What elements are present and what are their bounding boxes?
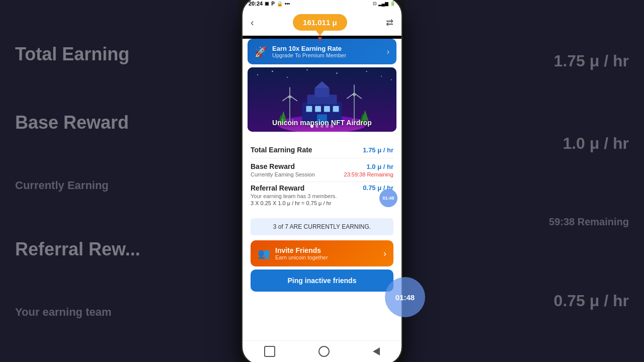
invite-icon: 👥 [258, 247, 270, 259]
referral-label: Referral Reward [251, 184, 337, 192]
svg-rect-16 [324, 106, 330, 112]
bg-total-earning: Total Earning [15, 42, 224, 67]
invite-line2: Earn unicoin together [275, 254, 328, 260]
dot-3 [320, 125, 324, 128]
dot-1 [310, 125, 313, 128]
ping-label: Ping inactive friends [288, 277, 357, 285]
nft-card[interactable]: Unicoin mansion NFT Airdrop [248, 67, 396, 132]
bg-currently-earning: Currently Earning [15, 178, 224, 194]
bg-base-rate: 1.0 μ / hr [420, 134, 629, 153]
bg-remaining: 59:38 Remaining [420, 216, 629, 228]
svg-rect-15 [315, 106, 321, 112]
timer-badge-right: 01:48 [385, 277, 425, 317]
svg-point-1 [257, 74, 258, 75]
svg-point-2 [272, 70, 273, 72]
svg-point-8 [391, 79, 392, 80]
premium-line1: Earn 10x Earning Rate [272, 45, 346, 52]
bg-total-rate: 1.75 μ / hr [420, 52, 629, 70]
base-reward-sublabel: Currently Earning Session [251, 171, 315, 177]
nav-bar [243, 340, 401, 362]
base-reward-row: Base Reward Currently Earning Session 1.… [251, 158, 393, 182]
nft-dots [310, 125, 334, 128]
earning-info-text: 3 of 7 ARE CURRENTLY EARNING. [273, 223, 371, 230]
premium-line2: Upgrade To Premium Member [272, 52, 346, 58]
timer-badge: 01:48 [379, 189, 397, 207]
total-earning-value: 1.75 μ / hr [363, 146, 393, 154]
app-content: 🚀 Earn 10x Earning Rate Upgrade To Premi… [243, 39, 401, 340]
svg-point-5 [336, 72, 338, 74]
bg-referral-rate: 0.75 μ / hr [420, 292, 629, 310]
premium-text-block: Earn 10x Earning Rate Upgrade To Premium… [272, 45, 346, 58]
base-reward-label: Base Reward [251, 162, 315, 170]
charging-icon: ⊡ [373, 1, 377, 6]
bg-referral-reward: Referral Rew... [15, 237, 224, 262]
stats-section: Total Earning Rate 1.75 μ / hr Base Rewa… [243, 135, 401, 213]
referral-right: 0.75 μ / hr 01:48 [363, 184, 393, 192]
dots-icon: ••• [285, 1, 290, 7]
status-bar: 20:24 ▣ P 🔒 ••• ⊡ ▂▄▆ 🔋 [243, 0, 401, 9]
status-left: 20:24 ▣ P 🔒 ••• [249, 1, 290, 7]
svg-point-6 [366, 71, 367, 72]
signal-icon: ▂▄▆ [378, 1, 388, 6]
base-reward-right: 1.0 μ / hr 23:59:38 Remaining [344, 163, 393, 177]
bg-base-reward: Base Reward [15, 110, 224, 135]
ping-inactive-friends-button[interactable]: Ping inactive friends [251, 269, 393, 292]
dot-2 [315, 125, 318, 128]
phone-container: 20:24 ▣ P 🔒 ••• ⊡ ▂▄▆ 🔋 ‹ 161.011 μ ▼ ⇄ [242, 0, 403, 362]
invite-left: 👥 Invite Friends Earn unicoin together [258, 246, 328, 260]
balance-pill[interactable]: 161.011 μ ▼ [293, 14, 347, 31]
premium-banner-left: 🚀 Earn 10x Earning Rate Upgrade To Premi… [255, 45, 346, 58]
dot-4 [326, 125, 329, 128]
back-nav-button[interactable] [373, 347, 380, 355]
referral-left: Referral Reward Your earning team has 3 … [251, 184, 337, 206]
lock-icon: 🔒 [277, 1, 283, 7]
back-button[interactable]: ‹ [251, 17, 254, 28]
circle-nav-button[interactable] [318, 346, 330, 357]
svg-rect-14 [306, 106, 312, 112]
rocket-icon: 🚀 [255, 46, 267, 58]
svg-rect-17 [333, 106, 339, 112]
balance-value: 161.011 μ [303, 18, 337, 27]
invite-line1: Invite Friends [275, 246, 328, 254]
sim-icon: ▣ [265, 1, 269, 6]
swap-button[interactable]: ⇄ [386, 17, 393, 28]
background-left: Total Earning Base Reward Currently Earn… [0, 0, 239, 362]
dot-5 [331, 125, 334, 128]
referral-sublabel: Your earning team has 3 members. [251, 193, 337, 199]
svg-point-3 [287, 77, 288, 78]
svg-point-4 [306, 69, 307, 70]
app-header: ‹ 161.011 μ ▼ ⇄ [243, 9, 401, 36]
background-right: 1.75 μ / hr 1.0 μ / hr 59:38 Remaining 0… [405, 0, 644, 362]
battery-icon: 🔋 [390, 1, 395, 6]
bg-earning-team: Your earning team [15, 305, 224, 320]
svg-point-7 [381, 76, 382, 77]
invite-chevron-icon: › [383, 248, 386, 259]
referral-detail: 3 X 0.25 X 1.0 μ / hr = 0.75 μ / hr [251, 200, 337, 206]
earning-info-box: 3 of 7 ARE CURRENTLY EARNING. [251, 218, 393, 235]
svg-rect-12 [314, 88, 330, 97]
status-time: 20:24 [249, 1, 263, 7]
total-earning-label: Total Earning Rate [251, 146, 312, 154]
premium-chevron-icon: › [387, 47, 389, 56]
home-nav-button[interactable] [264, 346, 275, 357]
base-reward-value: 1.0 μ / hr [344, 163, 393, 170]
referral-reward-row: Referral Reward Your earning team has 3 … [251, 182, 393, 210]
drop-indicator: ▼ [316, 35, 324, 43]
invite-text: Invite Friends Earn unicoin together [275, 246, 328, 260]
phone: 20:24 ▣ P 🔒 ••• ⊡ ▂▄▆ 🔋 ‹ 161.011 μ ▼ ⇄ [242, 0, 403, 362]
status-right: ⊡ ▂▄▆ 🔋 [373, 1, 395, 6]
base-reward-subvalue: 23:59:38 Remaining [344, 171, 393, 177]
invite-friends-button[interactable]: 👥 Invite Friends Earn unicoin together › [251, 240, 393, 266]
total-earning-rate-row: Total Earning Rate 1.75 μ / hr [251, 142, 393, 158]
base-reward-left: Base Reward Currently Earning Session [251, 162, 315, 177]
p-icon: P [271, 1, 275, 7]
